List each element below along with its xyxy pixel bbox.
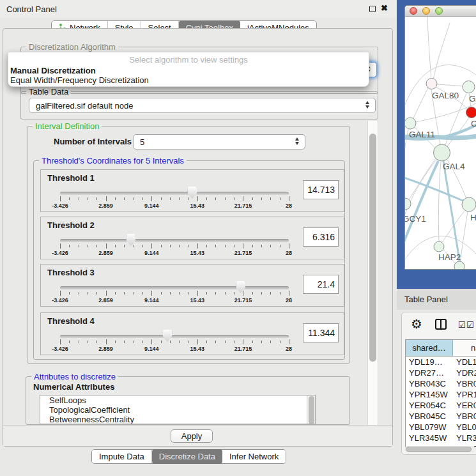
table-row[interactable]: YDL19…YDL19 — [406, 357, 476, 367]
network-edge[interactable] — [436, 84, 463, 86]
node-label: GCY1 — [405, 214, 426, 224]
slider-track[interactable] — [60, 239, 289, 242]
network-node[interactable] — [454, 261, 464, 270]
tick-mark — [96, 341, 97, 343]
tab-discretize-data[interactable]: Discretize Data — [152, 449, 222, 464]
network-window-titlebar[interactable] — [405, 6, 476, 17]
table-row[interactable]: YBR043CYBR04 — [406, 378, 476, 389]
slider-track[interactable] — [60, 286, 289, 289]
table-cell[interactable]: YDR27 — [453, 367, 476, 378]
table-row[interactable]: YBL079WYBL07 — [406, 422, 476, 433]
threshold-3-value-field[interactable]: 21.4 — [303, 275, 339, 294]
combo-value: galFiltered.sif default node — [36, 101, 133, 111]
table-cell[interactable]: YER054C — [406, 400, 453, 411]
tick-mark — [225, 245, 226, 247]
table-row[interactable]: YBR045CYBR04 — [406, 411, 476, 422]
scrollbar-thumb[interactable] — [406, 447, 472, 452]
threshold-1-slider[interactable]: -3.4262.8599.14415.4321.71528 — [60, 185, 289, 211]
tick-mark — [215, 245, 216, 247]
table-cell[interactable]: YLR34 — [453, 433, 476, 443]
gear-icon[interactable]: ⚙ — [411, 316, 422, 332]
close-icon[interactable]: ✖ — [381, 3, 388, 13]
threshold-1-value-field[interactable]: 14.713 — [303, 180, 339, 199]
table-cell[interactable]: YDL19… — [406, 357, 453, 367]
threshold-4-slider[interactable]: -3.4262.8599.14415.4321.71528 — [60, 328, 289, 354]
network-node[interactable] — [466, 107, 476, 118]
network-edge-highlighted[interactable] — [443, 161, 459, 261]
network-node[interactable] — [463, 81, 475, 93]
table-horizontal-scrollbar[interactable] — [404, 446, 476, 452]
zoom-traffic-light-icon[interactable] — [435, 7, 443, 15]
network-edge[interactable] — [433, 23, 450, 79]
split-view-icon[interactable] — [435, 319, 447, 330]
column-header-name[interactable]: na — [453, 340, 476, 356]
tab-impute-data[interactable]: Impute Data — [92, 450, 152, 463]
node-table: shared… na YDL19…YDL19YDR27…YDR27YBR043C… — [405, 339, 476, 449]
network-node[interactable] — [462, 197, 476, 211]
attributes-scrollbar[interactable] — [307, 395, 315, 424]
network-canvas[interactable]: GAL80GACGAL11GAL4GCY1HHAP2 — [405, 17, 476, 270]
table-cell[interactable]: YBR045C — [406, 411, 453, 422]
dropdown-option-manual-discretization[interactable]: Manual Discretization — [10, 66, 96, 75]
threshold-3-slider[interactable]: -3.4262.8599.14415.4321.71528 — [60, 280, 289, 305]
attribute-list-item[interactable]: SelfLoops — [40, 395, 315, 405]
network-node[interactable] — [405, 198, 411, 210]
threshold-2-slider[interactable]: -3.4262.8599.14415.4321.71528 — [60, 233, 289, 258]
table-row[interactable]: YER054CYER05 — [406, 400, 476, 411]
table-cell[interactable]: YLR345W — [406, 433, 453, 443]
slider-ticks — [60, 243, 289, 249]
attribute-list-item[interactable]: BetweennessCentrality — [40, 415, 315, 424]
table-row[interactable]: YDR27…YDR27 — [406, 367, 476, 378]
checkbox-icon[interactable]: ☑ — [458, 320, 466, 330]
network-edge[interactable] — [438, 162, 441, 242]
apply-button[interactable]: Apply — [171, 429, 213, 443]
network-edge[interactable] — [427, 17, 431, 79]
tick-mark — [115, 197, 116, 200]
tick-mark — [188, 197, 188, 200]
settings-scrollbar[interactable] — [367, 121, 378, 426]
table-cell[interactable]: YBR04 — [453, 411, 476, 422]
threshold-label: Threshold 1 — [47, 173, 95, 183]
numerical-attributes-list[interactable]: SelfLoopsTopologicalCoefficientBetweenne… — [40, 395, 316, 424]
table-cell[interactable]: YBR04 — [453, 378, 476, 389]
attribute-list-item[interactable]: TopologicalCoefficient — [40, 405, 315, 415]
float-window-icon[interactable] — [369, 6, 376, 12]
cytoscape-desktop: GAL80GACGAL11GAL4GCY1HHAP2 — [397, 0, 476, 289]
tick-mark — [106, 243, 107, 249]
table-cell[interactable]: YER05 — [453, 400, 476, 411]
network-node[interactable] — [426, 79, 437, 89]
network-node[interactable] — [405, 118, 416, 129]
number-of-intervals-combobox[interactable]: 5 — [133, 134, 305, 150]
checkbox-icon[interactable]: ☑ — [466, 320, 474, 330]
slider-track[interactable] — [60, 192, 289, 195]
network-edge-highlighted[interactable] — [405, 176, 464, 201]
tick-mark — [115, 245, 116, 247]
table-row[interactable]: YPR145WYPR14 — [406, 389, 476, 400]
table-cell[interactable]: YPR14 — [453, 389, 476, 400]
table-row[interactable]: YLR345WYLR34 — [406, 433, 476, 443]
table-cell[interactable]: YBR043C — [406, 378, 453, 389]
threshold-4-value-field[interactable]: 11.344 — [303, 323, 339, 342]
table-cell[interactable]: YDL19 — [453, 357, 476, 367]
minimize-traffic-light-icon[interactable] — [422, 7, 430, 15]
tab-infer-network[interactable]: Infer Network — [222, 450, 286, 463]
column-header-shared-name[interactable]: shared… — [406, 340, 453, 356]
network-edge[interactable] — [413, 88, 428, 118]
table-cell[interactable]: YBL079W — [406, 422, 453, 433]
slider-track[interactable] — [60, 335, 289, 338]
tick-label: -3.426 — [52, 346, 68, 352]
table-cell[interactable]: YBL07 — [453, 422, 476, 433]
scrollbar-thumb[interactable] — [369, 134, 376, 362]
network-node[interactable] — [434, 242, 444, 252]
close-traffic-light-icon[interactable] — [410, 7, 417, 15]
network-edge[interactable] — [460, 211, 468, 262]
tick-mark — [252, 341, 253, 343]
threshold-2-value-field[interactable]: 6.316 — [303, 227, 339, 247]
table-cell[interactable]: YPR145W — [406, 389, 453, 400]
table-cell[interactable]: YDR27… — [406, 367, 453, 378]
network-node[interactable] — [434, 144, 450, 161]
dropdown-option-equal-width-frequency[interactable]: Equal Width/Frequency Discretization — [10, 75, 149, 85]
table-data-combobox[interactable]: galFiltered.sif default node — [29, 98, 376, 113]
network-view-window[interactable]: GAL80GACGAL11GAL4GCY1HHAP2 — [404, 5, 476, 270]
tick-mark — [106, 339, 107, 344]
